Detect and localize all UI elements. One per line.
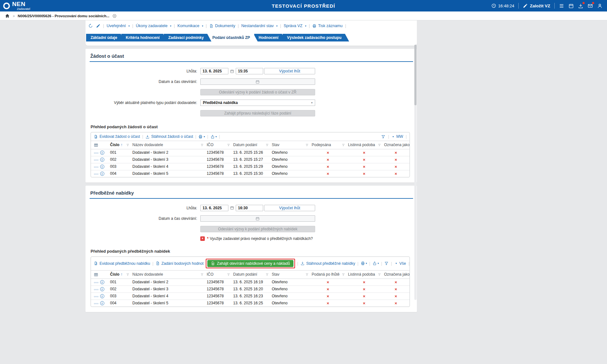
odeslani-vyzvy-button[interactable]: Odeslání výzvy k podání žádosti o účast … [200, 89, 315, 95]
evidovat-nabidku-button[interactable]: Evidovat předběžnou nabídku [94, 261, 150, 266]
lhuta-time-input[interactable]: 16:30 [236, 205, 263, 211]
vertical-scrollbar[interactable] [414, 45, 417, 300]
col-header-oznacena[interactable]: Označena jako ne [382, 141, 410, 149]
menu-tisk-zaznamu[interactable]: Tisk záznamu [312, 24, 343, 28]
column-filter-icon[interactable] [306, 273, 308, 276]
menu-uverejneni[interactable]: Uveřejnění ▾ [107, 24, 130, 28]
messages-button[interactable] [588, 3, 593, 9]
info-icon[interactable]: i [100, 301, 104, 305]
col-header-datum[interactable]: Datum podání [231, 141, 270, 149]
export-table-button[interactable]: ▾ [373, 261, 379, 265]
column-filter-icon[interactable] [342, 273, 345, 276]
print-table-button[interactable]: ▾ [198, 135, 205, 139]
info-icon[interactable]: i [100, 287, 104, 291]
lhuta-date-input[interactable]: 13. 6. 2025 [200, 205, 228, 211]
tab-vysledek-zadavaciho-postupu[interactable]: Výsledek zadávacího postupu [283, 34, 349, 41]
menu-ukony-zadavatele[interactable]: Úkony zadavatele ▾ [136, 24, 171, 28]
column-filter-icon[interactable] [306, 144, 308, 146]
row-actions-icon[interactable]: ○○○ [94, 281, 99, 284]
calendar-picker-button[interactable] [255, 216, 260, 221]
info-icon[interactable]: i [100, 294, 104, 298]
evidovat-zadost-button[interactable]: Evidovat žádost o účast [94, 134, 140, 139]
edit-record-button[interactable] [96, 24, 100, 28]
filter-button[interactable] [384, 261, 389, 265]
calendar-button[interactable] [568, 3, 574, 9]
breadcrumb-item[interactable]: N006/25/V00005626 - Provozování domu soc… [18, 14, 109, 18]
tab-hodnoceni[interactable]: Hodnocení [254, 34, 286, 41]
table-row[interactable]: ○○○i 001 Dodavatel - školení 2 12345678 … [91, 149, 410, 156]
column-filter-icon[interactable] [378, 273, 381, 276]
table-row[interactable]: ○○○i 004 Dodavatel - školení 5 12345678 … [91, 300, 410, 307]
scrollbar-thumb[interactable] [414, 45, 417, 105]
stahnout-nabidky-button[interactable]: Stáhnout předběžné nabídky [300, 261, 355, 266]
select-column-header[interactable] [91, 141, 108, 149]
col-header-stav[interactable]: Stav [270, 270, 310, 279]
close-record-button[interactable] [112, 14, 117, 18]
table-row[interactable]: ○○○i 003 Dodavatel - školení 4 12345678 … [91, 163, 410, 170]
tab-kriteria-hodnoceni[interactable]: Kritéria hodnocení [121, 34, 167, 41]
zahajit-otevirani-button[interactable]: Zahájit otevírání nabídkové ceny a nákla… [207, 260, 293, 267]
calendar-picker-button[interactable] [255, 79, 260, 84]
tab-zadavaci-podminky[interactable]: Zadávací podmínky [164, 34, 211, 41]
column-filter-icon[interactable] [126, 273, 129, 276]
menu-sprava-vz[interactable]: Správa VZ ▾ [284, 24, 306, 28]
print-table-button[interactable]: ▾ [361, 261, 367, 265]
info-icon[interactable]: i [100, 151, 104, 155]
filter-button[interactable] [381, 135, 385, 139]
row-actions-icon[interactable]: ○○○ [94, 302, 99, 305]
chevron-down-icon[interactable]: ▾ [396, 262, 397, 265]
col-header-listinna[interactable]: Listinná podoba [346, 141, 382, 149]
downloads-button[interactable] [578, 3, 583, 9]
column-filter-icon[interactable] [201, 144, 204, 146]
calendar-picker-button[interactable] [230, 69, 234, 73]
lhuta-time-input[interactable]: 15:35 [236, 68, 263, 74]
column-filter-icon[interactable] [227, 144, 230, 146]
info-icon[interactable]: i [100, 165, 104, 169]
column-filter-icon[interactable] [342, 144, 345, 146]
otevirani-datetime-input[interactable] [200, 215, 315, 222]
info-icon[interactable]: i [100, 280, 104, 284]
column-filter-icon[interactable] [227, 273, 230, 276]
row-actions-icon[interactable]: ○○○ [94, 152, 99, 154]
column-filter-icon[interactable] [378, 144, 381, 146]
calendar-picker-button[interactable] [230, 206, 234, 210]
info-icon[interactable]: i [100, 172, 104, 176]
row-actions-icon[interactable]: ○○○ [94, 166, 99, 168]
typ-podani-select[interactable]: Předběžná nabídka ▾ [200, 100, 315, 106]
table-row[interactable]: ○○○i 002 Dodavatel - školení 3 12345678 … [91, 156, 410, 163]
vypocet-lhut-button[interactable]: Výpočet lhůt [264, 205, 315, 211]
nen-logo[interactable]: NEN Zadavatel [3, 1, 30, 11]
col-header-podepsana[interactable]: Podepsána [310, 141, 346, 149]
col-header-nazev[interactable]: Název dodavatele [130, 141, 205, 149]
col-header-stav[interactable]: Stav [270, 141, 310, 149]
column-filter-icon[interactable] [126, 144, 129, 146]
row-actions-icon[interactable]: ○○○ [94, 288, 99, 291]
select-column-header[interactable] [91, 270, 108, 279]
zahajit-pripravu-button[interactable]: Zahájit přípravu následující fáze podání [200, 110, 315, 116]
stahnout-zadosti-button[interactable]: Stáhnout žádosti o účast [145, 134, 193, 139]
zadani-bodovych-hodnot-button[interactable]: Zadání bodových hodnot [156, 261, 204, 266]
session-timer[interactable]: 16:48:24 [491, 3, 514, 8]
col-header-ico[interactable]: IČO [205, 270, 231, 279]
table-row[interactable]: ○○○i 003 Dodavatel - školení 4 12345678 … [91, 293, 410, 300]
profile-button[interactable] [597, 3, 603, 9]
view-mode-label[interactable]: MW [396, 134, 403, 139]
col-header-datum[interactable]: Datum podání [231, 270, 270, 279]
column-filter-icon[interactable] [266, 273, 269, 276]
back-button[interactable] [88, 24, 93, 28]
table-row[interactable]: ○○○i 001 Dodavatel - školení 2 12345678 … [91, 279, 410, 286]
col-header-nazev[interactable]: Název dodavatele [130, 270, 205, 279]
tab-podani-ucastniku-zp[interactable]: Podání účastníků ZP [208, 34, 258, 41]
otevirani-datetime-input[interactable] [200, 78, 315, 85]
col-header-cislo[interactable]: Číslo↑ [108, 141, 130, 149]
zalozit-vz-button[interactable]: Založit VZ [523, 3, 550, 8]
menu-dokumenty[interactable]: Dokumenty [209, 24, 235, 28]
info-icon[interactable]: i [100, 158, 104, 162]
row-actions-icon[interactable]: ○○○ [94, 295, 99, 298]
row-actions-icon[interactable]: ○○○ [94, 173, 99, 175]
column-filter-icon[interactable] [266, 144, 269, 146]
table-row[interactable]: ○○○i 004 Dodavatel - školení 5 12345678 … [91, 170, 410, 177]
export-table-button[interactable]: ▾ [211, 135, 217, 139]
main-menu-button[interactable] [559, 3, 564, 9]
col-header-podana-po-lhute[interactable]: Podaná po lhůtě [310, 270, 346, 279]
